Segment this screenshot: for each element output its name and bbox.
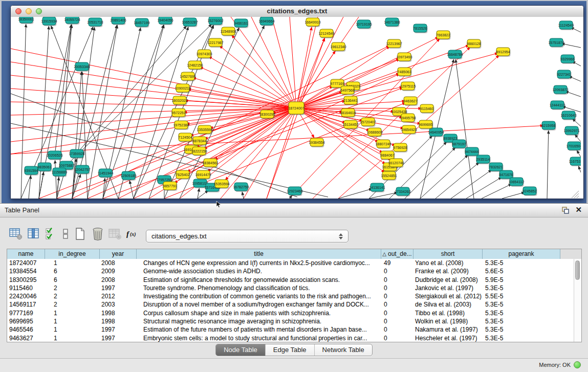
table-row[interactable]: 946362711997Embryonic stem cells: a mode…	[7, 334, 574, 342]
delete-column-button[interactable]	[90, 227, 105, 242]
graph-node[interactable]: 19752384	[173, 121, 189, 130]
graph-node[interactable]: 18222156	[191, 147, 207, 156]
tab-node-table[interactable]: Node Table	[216, 344, 265, 356]
graph-node[interactable]: 14136141	[369, 183, 385, 192]
graph-node[interactable]: 15276002	[207, 17, 223, 26]
graph-node[interactable]: 19495758	[400, 114, 416, 123]
graph-node[interactable]: 20891406	[110, 17, 126, 25]
graph-node[interactable]: 16782759	[233, 183, 249, 192]
graph-node[interactable]: 10654112	[509, 178, 525, 187]
scrollbar-thumb[interactable]	[575, 260, 580, 280]
table-row[interactable]: 977716911998Corpus callosum shape and si…	[7, 309, 574, 317]
table-row[interactable]: 2242004622012Investigating the contribut…	[7, 292, 574, 300]
graph-node[interactable]: 9115460	[420, 104, 434, 114]
column-header-title[interactable]: title	[137, 249, 381, 259]
graph-node[interactable]: 9756928	[393, 143, 407, 152]
graph-node[interactable]: 13915934	[41, 17, 57, 26]
column-header-year[interactable]: year	[100, 249, 137, 259]
graph-node[interactable]: 20053346	[74, 62, 90, 72]
graph-node[interactable]: 12124549	[318, 29, 334, 38]
graph-node[interactable]: 10653287	[182, 18, 198, 27]
graph-node[interactable]: 8912954	[496, 48, 510, 57]
graph-node[interactable]: 2935114	[476, 155, 491, 164]
column-header-out_degree[interactable]: △out_de...	[381, 249, 413, 259]
table-panel-titlebar[interactable]: Table Panel ✕	[0, 203, 588, 217]
graph-node[interactable]: 11451944	[98, 169, 114, 178]
graph-node[interactable]: 15353594	[213, 180, 229, 189]
graph-node[interactable]: 9835061	[37, 163, 52, 172]
graph-node[interactable]: 16210643	[560, 111, 576, 120]
graph-node[interactable]: 19384554	[309, 138, 324, 147]
table-row[interactable]: 911546021997Tourette syndrome. Phenomeno…	[7, 284, 574, 292]
graph-node[interactable]: 13992971	[563, 126, 579, 136]
close-panel-icon[interactable]: ✕	[575, 205, 582, 214]
network-window-titlebar[interactable]: citations_edges.txt	[11, 6, 583, 17]
create-column-button[interactable]	[73, 227, 88, 242]
graph-node[interactable]: 10719195	[356, 20, 372, 29]
graph-node[interactable]: 10974303	[196, 50, 212, 59]
graph-node[interactable]: 14055724	[64, 17, 80, 25]
graph-node[interactable]: 7124504	[178, 133, 192, 142]
graph-node[interactable]: 10973493	[396, 53, 412, 62]
graph-node[interactable]: 12213967	[386, 39, 402, 49]
function-builder-button[interactable]: f(x)	[125, 227, 140, 242]
table-row[interactable]: 1830029562008Estimation of significance …	[7, 276, 574, 284]
graph-node[interactable]: 7663822	[436, 31, 450, 40]
table-selector-dropdown[interactable]: citations_edges.txt	[146, 230, 349, 243]
graph-node[interactable]: 2136441	[343, 96, 358, 105]
graph-node[interactable]: 15720407	[360, 118, 376, 127]
show-columns-button[interactable]	[26, 227, 41, 242]
graph-node[interactable]: 18032022	[171, 96, 187, 105]
graph-node[interactable]: 16949664	[258, 17, 274, 26]
float-panel-icon[interactable]	[561, 206, 570, 214]
graph-node[interactable]: 18350061	[18, 17, 34, 24]
graph-node[interactable]: 19654923	[401, 125, 417, 135]
graph-node[interactable]: 9857791	[163, 182, 177, 191]
graph-node[interactable]: 8878344	[192, 137, 207, 146]
graph-node[interactable]: 13535594	[197, 125, 212, 135]
network-canvas[interactable]: 1835006113915934140557242053171820891406…	[11, 17, 583, 199]
graph-node[interactable]: 15524851	[381, 171, 397, 181]
graph-node[interactable]: 16120746	[388, 159, 404, 168]
table-row[interactable]: 1938455462009Genome-wide association stu…	[7, 267, 574, 275]
graph-node[interactable]: 17359928	[69, 149, 84, 159]
graph-node[interactable]: 9391594	[24, 166, 38, 176]
graph-node[interactable]: 16648784	[447, 50, 463, 59]
table-row[interactable]: 946554611997Estimation of the future num…	[7, 325, 574, 334]
graph-node[interactable]: 7485063	[397, 68, 411, 77]
graph-node[interactable]: 20206526	[47, 151, 62, 160]
graph-node[interactable]: 11548908	[221, 27, 236, 36]
graph-node[interactable]: 12505185	[120, 171, 136, 181]
select-columns-button[interactable]	[43, 227, 58, 242]
graph-node[interactable]: 16914479	[195, 170, 211, 180]
column-header-short[interactable]: short	[413, 249, 483, 259]
graph-node[interactable]: 11156889	[52, 168, 67, 177]
graph-node[interactable]: 16649910	[304, 18, 320, 27]
graph-node[interactable]: 19404056	[157, 17, 173, 25]
graph-node[interactable]: 12093872	[552, 85, 568, 95]
graph-node[interactable]: 11675313	[569, 157, 581, 166]
graph-node[interactable]: 18807249	[375, 140, 391, 149]
graph-node[interactable]: 12975115	[400, 82, 416, 91]
graph-node[interactable]: 17334263	[395, 187, 410, 196]
column-header-name[interactable]: name	[7, 249, 45, 259]
graph-node[interactable]: 7625402	[176, 170, 190, 180]
graph-node[interactable]: 12042757	[74, 165, 90, 174]
graph-node[interactable]: 12923468	[287, 187, 302, 196]
memory-status-icon[interactable]	[574, 361, 581, 368]
graph-node[interactable]: 9329966	[560, 55, 575, 64]
row-height-button[interactable]	[60, 227, 71, 242]
graph-node[interactable]: 15751874	[548, 38, 564, 48]
graph-node[interactable]: 9860128	[467, 39, 481, 49]
graph-node[interactable]: 9463627	[403, 97, 418, 106]
graph-node[interactable]: 9227341	[557, 70, 571, 79]
graph-node[interactable]: 15134457	[342, 120, 358, 129]
graph-node[interactable]: 10900211	[175, 84, 191, 93]
graph-node[interactable]: 12482156	[187, 61, 203, 70]
graph-node[interactable]: 17016504	[566, 142, 581, 151]
graph-node[interactable]: 9572251	[171, 108, 186, 118]
graph-node[interactable]: 12217987	[207, 38, 223, 48]
table-row[interactable]: 1456911722003Disruption of a novel membe…	[7, 300, 574, 309]
graph-node[interactable]: 8215958	[541, 121, 556, 130]
graph-node[interactable]: 18457199	[134, 18, 149, 28]
